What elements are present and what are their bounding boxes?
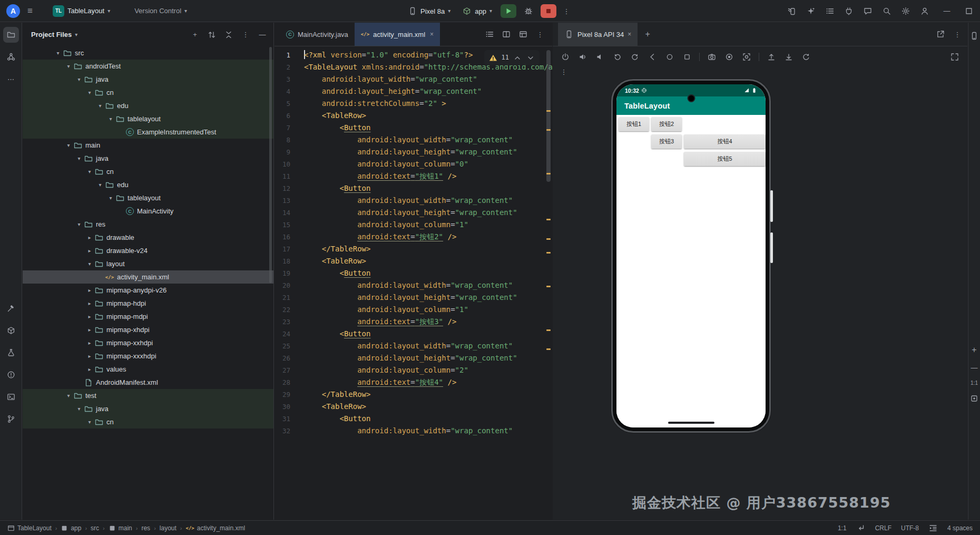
project-scrollbar[interactable] xyxy=(269,47,272,283)
tree-item-cn[interactable]: ▾cn xyxy=(23,165,273,178)
zoom-out-icon[interactable]: — xyxy=(969,363,979,372)
tree-item-androidTest[interactable]: ▾androidTest xyxy=(23,60,273,73)
tree-item-drawable-v24[interactable]: ▸drawable-v24 xyxy=(23,244,273,257)
stop-button[interactable] xyxy=(541,4,556,18)
chat-icon[interactable] xyxy=(863,6,873,16)
breadcrumb-src[interactable]: src xyxy=(91,524,99,532)
project-more-v-icon[interactable]: ⋮ xyxy=(241,30,250,40)
tree-item-mipmap-xhdpi[interactable]: ▸mipmap-xhdpi xyxy=(23,323,273,336)
zoom-reset-button[interactable]: 1:1 xyxy=(971,380,978,386)
device-tab[interactable]: Pixel 8a API 34 × xyxy=(558,23,638,46)
chevron-down-icon[interactable]: ▾ xyxy=(74,221,84,227)
device-stream-icon[interactable] xyxy=(787,6,797,16)
split-view-icon[interactable] xyxy=(502,30,511,39)
tree-item-res[interactable]: ▾res xyxy=(23,218,273,231)
tree-item-activity_main.xml[interactable]: </>activity_main.xml xyxy=(23,270,273,284)
zoom-in-icon[interactable]: + xyxy=(969,345,979,355)
chevron-down-icon[interactable]: ▾ xyxy=(53,50,63,56)
breadcrumb-app[interactable]: app xyxy=(61,524,81,532)
tree-item-tablelayout[interactable]: ▾tablelayout xyxy=(23,191,273,205)
tree-item-tablelayout[interactable]: ▾tablelayout xyxy=(23,112,273,125)
warning-stripe-mark[interactable] xyxy=(546,238,551,240)
project-collapse-icon[interactable] xyxy=(224,30,233,40)
ai-icon[interactable] xyxy=(806,6,816,16)
app-logo-icon[interactable]: A xyxy=(6,4,20,18)
phone-button-按钮4[interactable]: 按钮4 xyxy=(684,134,766,149)
download-button[interactable] xyxy=(782,51,795,63)
tree-item-cn[interactable]: ▾cn xyxy=(23,86,273,99)
run-button[interactable] xyxy=(501,4,516,18)
phone-button-按钮2[interactable]: 按钮2 xyxy=(651,117,682,131)
line-separator-icon[interactable] xyxy=(856,523,866,533)
volume-down-button[interactable] xyxy=(594,51,606,63)
overview-button[interactable] xyxy=(681,51,693,63)
breadcrumb-TableLayout[interactable]: TableLayout xyxy=(7,524,52,532)
tree-item-mipmap-hdpi[interactable]: ▸mipmap-hdpi xyxy=(23,297,273,310)
chevron-right-icon[interactable]: ▸ xyxy=(85,235,94,240)
gear-icon[interactable] xyxy=(901,6,910,16)
chevron-right-icon[interactable]: ▸ xyxy=(85,248,94,254)
warning-stripe-mark[interactable] xyxy=(546,129,551,131)
tool-strip-branch-button[interactable] xyxy=(3,411,19,427)
project-swap-icon[interactable] xyxy=(207,30,217,40)
chevron-right-icon[interactable]: ▸ xyxy=(85,287,94,293)
plugin-icon[interactable] xyxy=(844,6,854,16)
inspection-widget[interactable]: 11 xyxy=(484,50,540,65)
code-editor[interactable]: 1<?xml version="1.0" encoding="utf-8"?>2… xyxy=(275,47,552,520)
phone-button-按钮1[interactable]: 按钮1 xyxy=(619,117,649,131)
tree-item-mipmap-xxxhdpi[interactable]: ▸mipmap-xxxhdpi xyxy=(23,349,273,363)
tree-item-edu[interactable]: ▾edu xyxy=(23,178,273,191)
tree-item-mipmap-xxhdpi[interactable]: ▸mipmap-xxhdpi xyxy=(23,336,273,349)
tool-strip-build-button[interactable] xyxy=(3,300,19,316)
chevron-right-icon[interactable]: ▸ xyxy=(85,314,94,319)
version-control-widget[interactable]: Version Control ▾ xyxy=(131,5,190,17)
chevron-down-icon[interactable]: ▾ xyxy=(74,76,84,82)
breadcrumb-main[interactable]: main xyxy=(109,524,132,532)
tool-strip-logcat-button[interactable] xyxy=(3,345,19,361)
list-icon[interactable] xyxy=(825,6,835,16)
warning-stripe-mark[interactable] xyxy=(546,219,551,220)
chevron-down-icon[interactable]: ▾ xyxy=(106,195,115,201)
warning-stripe-mark[interactable] xyxy=(546,286,551,287)
upload-button[interactable] xyxy=(765,51,778,63)
chevron-down-icon[interactable]: ▾ xyxy=(64,142,73,148)
chevron-right-icon[interactable]: ▸ xyxy=(85,353,94,359)
open-in-window-icon[interactable] xyxy=(936,30,945,39)
editor-more-icon[interactable]: ⋮ xyxy=(535,30,545,39)
breadcrumb-activity_main.xml[interactable]: </>activity_main.xml xyxy=(186,524,246,532)
running-devices-strip-icon[interactable] xyxy=(969,31,979,41)
tree-item-values[interactable]: ▸values xyxy=(23,363,273,376)
toolbar-overflow-more-icon[interactable]: ⋮ xyxy=(559,67,569,76)
tree-item-mipmap-anydpi-v26[interactable]: ▸mipmap-anydpi-v26 xyxy=(23,284,273,297)
device-panel-more-icon[interactable]: ⋮ xyxy=(953,30,962,39)
back-button[interactable] xyxy=(646,51,659,63)
minimize-button[interactable]: — xyxy=(942,6,952,16)
tree-item-drawable[interactable]: ▸drawable xyxy=(23,231,273,244)
chevron-down-icon[interactable]: ▾ xyxy=(95,103,105,109)
power-button[interactable] xyxy=(559,51,572,63)
volume-up-button[interactable] xyxy=(576,51,589,63)
chevron-right-icon[interactable]: ▸ xyxy=(85,300,94,306)
chevron-right-icon[interactable]: ▸ xyxy=(85,366,94,372)
editor-scrollbar[interactable] xyxy=(545,47,552,520)
tab-mainactivity-java[interactable]: C MainActivity.java xyxy=(280,23,355,46)
chevron-down-icon[interactable]: ▾ xyxy=(95,182,105,188)
warning-stripe-mark[interactable] xyxy=(546,252,551,254)
breadcrumb-layout[interactable]: layout xyxy=(160,524,177,532)
next-warning-icon[interactable] xyxy=(526,53,535,63)
chevron-down-icon[interactable]: ▾ xyxy=(85,169,94,174)
tool-strip-commit-button[interactable] xyxy=(3,49,19,65)
fullscreen-button[interactable] xyxy=(948,51,961,63)
rotate-right-button[interactable] xyxy=(629,51,641,63)
tree-item-cn[interactable]: ▾cn xyxy=(23,415,273,429)
breadcrumb-res[interactable]: res xyxy=(141,524,150,532)
line-ending-widget[interactable]: CRLF xyxy=(875,524,891,532)
chevron-right-icon[interactable]: ▸ xyxy=(85,327,94,333)
caret-position-widget[interactable]: 1:1 xyxy=(838,524,847,532)
more-actions-icon[interactable]: ⋮ xyxy=(562,6,571,16)
tool-strip-more-h-button[interactable]: ⋯ xyxy=(3,71,19,87)
close-tab-icon[interactable]: × xyxy=(430,31,434,38)
encoding-widget[interactable]: UTF-8 xyxy=(901,524,919,532)
warning-stripe-mark[interactable] xyxy=(546,110,551,112)
chevron-down-icon[interactable]: ▾ xyxy=(74,155,84,161)
